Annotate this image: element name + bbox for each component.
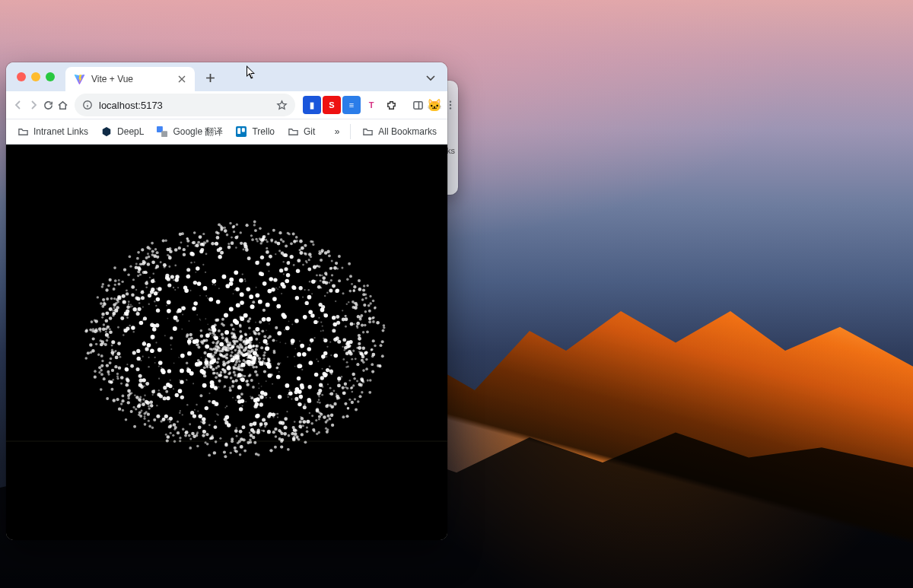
forward-button[interactable] xyxy=(27,94,40,116)
site-info-icon[interactable] xyxy=(82,100,93,110)
home-button[interactable] xyxy=(57,94,68,116)
bookmark-label: Trello xyxy=(252,126,275,137)
extension-red-s-icon[interactable]: S xyxy=(323,96,341,114)
bookmark-star-button[interactable] xyxy=(276,100,288,111)
bookmarks-separator xyxy=(350,124,351,139)
toolbar: localhost:5173 ▮ S ≡ T 🐱 xyxy=(6,91,447,119)
particles-canvas[interactable] xyxy=(6,145,447,540)
svg-rect-1 xyxy=(414,101,422,108)
bookmark-google-translate[interactable]: Google 翻译 xyxy=(151,122,227,141)
window-minimize-button[interactable] xyxy=(31,72,40,81)
new-tab-button[interactable] xyxy=(199,67,221,88)
bookmarks-overflow-button[interactable]: » xyxy=(330,122,345,141)
address-bar[interactable]: localhost:5173 xyxy=(75,94,295,116)
bookmark-git[interactable]: Git xyxy=(282,122,320,141)
bookmarks-bar: Intranet Links DeepL Google 翻译 Trello Gi… xyxy=(6,119,447,145)
tab-search-button[interactable] xyxy=(422,68,440,87)
tab-close-button[interactable] xyxy=(177,74,187,84)
folder-icon xyxy=(361,126,374,138)
extension-pink-t-icon[interactable]: T xyxy=(362,96,380,114)
window-zoom-button[interactable] xyxy=(46,72,55,81)
svg-rect-7 xyxy=(236,126,247,137)
svg-rect-8 xyxy=(238,128,241,134)
bookmark-intranet-links[interactable]: Intranet Links xyxy=(12,122,93,141)
extensions-row: ▮ S ≡ T xyxy=(303,96,400,114)
bookmark-deepl[interactable]: DeepL xyxy=(96,122,148,141)
side-panel-button[interactable] xyxy=(412,94,424,116)
page-viewport[interactable] xyxy=(6,145,447,540)
bookmark-label: Google 翻译 xyxy=(173,126,223,138)
tab-strip: Vite + Vue xyxy=(6,62,447,91)
svg-rect-6 xyxy=(162,131,168,137)
tab-active[interactable]: Vite + Vue xyxy=(65,67,195,91)
svg-point-4 xyxy=(450,107,451,109)
bookmark-label: Git xyxy=(304,126,315,137)
extension-blue-lines-icon[interactable]: ≡ xyxy=(342,96,361,114)
background-window-edge-text: ks xyxy=(447,146,455,155)
google-translate-icon xyxy=(156,126,168,138)
bookmark-label: All Bookmarks xyxy=(378,126,437,137)
svg-point-3 xyxy=(450,104,451,106)
bookmark-label: Intranet Links xyxy=(33,126,88,137)
deepl-icon xyxy=(100,126,113,138)
bookmark-label: DeepL xyxy=(117,126,144,137)
svg-point-2 xyxy=(450,100,451,102)
window-traffic-lights xyxy=(17,62,55,91)
mouse-cursor-icon xyxy=(247,65,257,81)
vite-favicon-icon xyxy=(73,73,85,85)
window-close-button[interactable] xyxy=(17,72,26,81)
folder-icon xyxy=(17,126,29,138)
chevron-double-right-icon: » xyxy=(335,126,340,137)
profile-button[interactable]: 🐱 xyxy=(427,94,442,116)
all-bookmarks-button[interactable]: All Bookmarks xyxy=(357,122,441,141)
folder-icon xyxy=(287,126,299,138)
back-button[interactable] xyxy=(12,94,24,116)
tab-title: Vite + Vue xyxy=(91,74,170,84)
chrome-window: Vite + Vue localhost xyxy=(6,62,447,540)
extensions-menu-icon[interactable] xyxy=(382,96,400,114)
extension-blue-doc-icon[interactable]: ▮ xyxy=(303,96,321,114)
url-text[interactable]: localhost:5173 xyxy=(99,100,270,111)
svg-rect-9 xyxy=(242,128,245,132)
chrome-menu-button[interactable] xyxy=(445,94,456,116)
reload-button[interactable] xyxy=(43,94,54,116)
bookmark-trello[interactable]: Trello xyxy=(231,122,279,141)
trello-icon xyxy=(235,126,247,138)
